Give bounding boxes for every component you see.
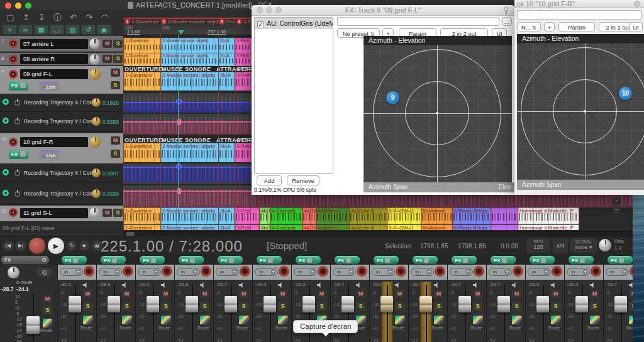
input-select-button[interactable]: in▾	[255, 268, 278, 276]
media-item[interactable]: 3-Petit	[235, 207, 259, 224]
media-item[interactable]: 4d-Micro	[316, 207, 349, 224]
bpm-value[interactable]: 120	[526, 244, 550, 250]
edit-cursor-handle[interactable]	[178, 30, 184, 35]
fader-track[interactable]	[504, 285, 505, 342]
media-item[interactable]: 3-Petit	[235, 224, 259, 230]
volume-fader[interactable]	[108, 296, 120, 312]
track-fx-button[interactable]: FX	[179, 256, 204, 264]
track-fx-button[interactable]: FX	[530, 256, 555, 264]
close-window-icon[interactable]	[257, 7, 263, 13]
envelope-knob[interactable]	[92, 98, 101, 107]
media-item[interactable]: 5-Y--OW--1	[387, 207, 421, 224]
route-label[interactable]: Route	[548, 326, 560, 330]
mute-button[interactable]: M	[200, 290, 209, 298]
route-icon[interactable]	[239, 316, 249, 324]
media-item[interactable]: 4b-1	[259, 224, 270, 230]
volume-fader[interactable]	[303, 296, 315, 312]
route-icon[interactable]	[278, 316, 288, 324]
input-select-button[interactable]: in▾	[489, 268, 512, 276]
speaker-icon[interactable]	[278, 282, 284, 288]
media-item[interactable]: 1-Ouverture	[123, 72, 160, 91]
redo-icon[interactable]: ↷	[81, 12, 97, 23]
media-item[interactable]: 6-Piano d'Hora	[452, 207, 491, 224]
volume-knob[interactable]	[89, 207, 100, 218]
mute-button[interactable]: M	[239, 290, 248, 298]
envelope-knob[interactable]	[92, 168, 101, 177]
input-select-button[interactable]: in▾	[567, 268, 590, 276]
track-name[interactable]: 10 grid F-R	[20, 137, 88, 147]
track-row-10[interactable]: 10 10 grid F-R M S FX ×Ltch	[0, 133, 123, 164]
volume-fader[interactable]	[264, 296, 276, 312]
media-item[interactable]: 4a-Tou	[302, 207, 316, 224]
input-select-button[interactable]: in▾	[216, 268, 239, 276]
fx-button[interactable]: FX	[9, 82, 28, 91]
record-arm-button[interactable]	[552, 266, 562, 277]
input-select-button[interactable]: in▾	[294, 268, 317, 276]
mute-button[interactable]: M	[103, 55, 112, 63]
track-fx-button[interactable]: FX	[296, 256, 321, 264]
global-value[interactable]: none ▾	[570, 244, 597, 250]
route-icon[interactable]	[434, 316, 444, 324]
volume-fader[interactable]	[380, 296, 393, 312]
volume-fader[interactable]	[341, 296, 354, 312]
mute-button[interactable]: M	[111, 136, 120, 145]
media-item[interactable]: 4b-1	[259, 207, 270, 224]
mute-button[interactable]: M	[278, 290, 287, 298]
mute-button[interactable]: M	[103, 40, 112, 48]
route-icon[interactable]	[200, 316, 210, 324]
record-arm-button[interactable]	[9, 39, 18, 48]
record-arm-button[interactable]	[591, 266, 601, 277]
new-project-icon[interactable]: ▢	[3, 12, 18, 23]
record-arm-button[interactable]	[474, 266, 484, 277]
solo-button[interactable]: S	[512, 302, 521, 311]
source-dot-9[interactable]: 9	[386, 91, 399, 104]
fader-track[interactable]	[426, 285, 427, 342]
media-item[interactable]: 4e-Zone 4	[349, 224, 387, 230]
master-solo-button[interactable]: S	[43, 306, 52, 314]
media-item[interactable]: 2b-A	[218, 224, 235, 230]
mute-button[interactable]: M	[122, 290, 131, 298]
solo-button[interactable]: S	[434, 302, 443, 311]
media-item[interactable]: 1-Ouverture	[123, 143, 160, 162]
record-button[interactable]	[29, 238, 45, 254]
fader-track[interactable]	[543, 285, 544, 342]
mute-button[interactable]: M	[83, 290, 92, 298]
power-icon[interactable]	[14, 119, 20, 124]
fader-track[interactable]	[231, 285, 232, 342]
solo-button[interactable]: S	[113, 55, 123, 63]
media-item[interactable]: 2-Musée sonore: objets	[160, 38, 218, 53]
stop-button[interactable]: ■	[79, 241, 89, 251]
track-row-07[interactable]: 7 07 arrière L M S	[0, 36, 123, 52]
volume-fader[interactable]	[614, 296, 627, 312]
envelope-active-icon[interactable]	[3, 190, 9, 196]
pin-icon[interactable]	[504, 7, 508, 11]
track-fx-button[interactable]: FX	[569, 256, 594, 264]
fx10-span-bar[interactable]: Azimuth Span	[517, 180, 644, 190]
route-label[interactable]: Route	[236, 326, 248, 330]
zoom-in-button[interactable]: +	[613, 198, 620, 205]
volume-knob[interactable]	[89, 136, 101, 148]
track-fx-button[interactable]: FX	[62, 256, 87, 264]
solo-button[interactable]: S	[122, 302, 131, 311]
repeat-button[interactable]: ↻	[67, 241, 77, 251]
route-label[interactable]: Route	[431, 326, 443, 330]
media-item[interactable]: 2b-A	[218, 143, 235, 162]
volume-fader[interactable]	[419, 296, 432, 312]
volume-fader[interactable]	[69, 296, 81, 312]
input-select-button[interactable]: in▾	[372, 268, 395, 276]
route-label[interactable]: Route	[509, 326, 521, 330]
speaker-icon[interactable]	[356, 282, 362, 288]
route-icon[interactable]	[512, 316, 522, 324]
volume-fader[interactable]	[536, 296, 549, 312]
route-label[interactable]: Route	[119, 326, 131, 330]
input-select-button[interactable]: in▾	[333, 268, 356, 276]
mute-button[interactable]: M	[551, 290, 560, 298]
record-arm-button[interactable]	[435, 266, 445, 277]
media-item[interactable]: 1-Ouverture	[123, 38, 160, 53]
envelope-link-icon[interactable]: ◡	[50, 25, 64, 35]
route-label[interactable]: Route	[80, 326, 92, 330]
source-dot-10[interactable]: 10	[619, 87, 632, 100]
timeline-marker[interactable]: 43-P	[236, 19, 251, 25]
record-arm-button[interactable]	[318, 266, 328, 277]
media-item[interactable]: Hommage à Marcelle, P	[518, 224, 579, 230]
